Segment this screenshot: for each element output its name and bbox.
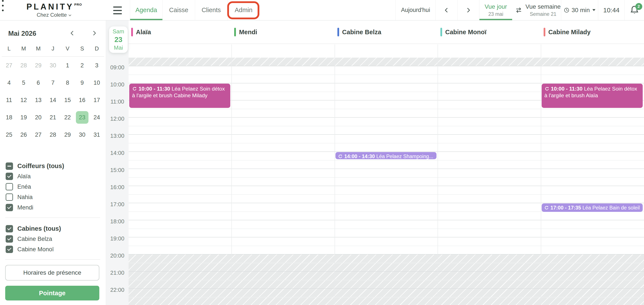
calendar-date[interactable]: 16 xyxy=(75,91,89,109)
column-header-label: Mendi xyxy=(239,28,257,36)
pointage-button[interactable]: Pointage xyxy=(5,286,99,301)
hour-line xyxy=(128,271,644,272)
calendar-date[interactable]: 28 xyxy=(16,57,31,74)
day-chip-day: 23 xyxy=(114,35,122,44)
calendar-date[interactable]: 17 xyxy=(90,91,104,109)
logo: PLANITYPRO Chez Colette xyxy=(22,2,87,18)
filter-item-label: Cabine Monoï xyxy=(17,246,54,253)
time-label: 20:00 xyxy=(106,252,128,259)
tab-admin[interactable]: Admin xyxy=(227,0,260,20)
half-hour-line xyxy=(128,160,644,161)
calendar-date[interactable]: 13 xyxy=(31,91,46,109)
calendar-date[interactable]: 9 xyxy=(75,74,89,91)
calendar-date[interactable]: 11 xyxy=(2,91,16,109)
filter-item[interactable]: Cabine Monoï xyxy=(6,244,100,255)
filter-item[interactable]: Enéa xyxy=(6,182,100,192)
mini-calendar-next-button[interactable] xyxy=(92,30,97,37)
notifications-button[interactable]: 2 xyxy=(624,0,644,20)
hour-line xyxy=(128,151,644,152)
account-selector[interactable]: Chez Colette xyxy=(22,12,87,18)
mini-calendar-prev-button[interactable] xyxy=(70,30,75,37)
chevron-left-icon xyxy=(444,7,449,13)
item-checkbox[interactable] xyxy=(6,193,13,201)
calendar-date[interactable]: 29 xyxy=(31,57,46,74)
chevron-right-icon xyxy=(466,7,471,13)
hour-line xyxy=(128,117,644,118)
time-label: 14:00 xyxy=(106,150,128,156)
calendar-date[interactable]: 26 xyxy=(16,126,31,143)
time-label: 16:00 xyxy=(106,184,128,191)
calendar-canvas[interactable]: 10:00 - 11:30 Léa Pelaez Soin détox à l'… xyxy=(128,44,644,305)
filter-group-header[interactable]: Cabines (tous) xyxy=(6,224,100,234)
hour-line xyxy=(128,254,644,255)
calendar-date[interactable]: 4 xyxy=(2,74,16,91)
calendar-date[interactable]: 5 xyxy=(16,74,31,91)
filter-group-header[interactable]: Coiffeurs (tous) xyxy=(6,161,100,171)
mini-calendar: Mai 2026 LMMJVSD 27282930123456789101112… xyxy=(0,20,106,143)
item-checkbox[interactable] xyxy=(6,183,13,190)
calendar-date[interactable]: 10 xyxy=(90,74,104,91)
today-button[interactable]: Aujourd'hui xyxy=(396,0,436,20)
day-view-toggle[interactable]: Vue jour 23 mai xyxy=(479,0,512,20)
calendar-date[interactable]: 30 xyxy=(75,126,89,143)
calendar-date[interactable]: 14 xyxy=(46,91,60,109)
calendar-date[interactable]: 31 xyxy=(90,126,104,143)
calendar-date[interactable]: 24 xyxy=(90,109,104,126)
calendar-date[interactable]: 12 xyxy=(16,91,31,109)
calendar-date[interactable]: 28 xyxy=(46,126,60,143)
calendar-date[interactable]: 23 xyxy=(75,109,89,126)
interval-select[interactable]: 30 min xyxy=(561,0,598,20)
time-label: 19:00 xyxy=(106,235,128,242)
previous-day-button[interactable] xyxy=(436,0,457,20)
filter-item[interactable]: Alaïa xyxy=(6,171,100,182)
calendar-date[interactable]: 30 xyxy=(46,57,60,74)
swap-view-icon[interactable] xyxy=(512,0,525,20)
event[interactable]: 17:00 - 17:35 Léa Pelaez Bain de soleil xyxy=(542,203,643,212)
item-checkbox[interactable] xyxy=(6,204,13,211)
tab-clients[interactable]: Clients xyxy=(195,0,228,20)
calendar-date[interactable]: 22 xyxy=(60,109,75,126)
hour-line xyxy=(128,237,644,237)
notification-badge: 2 xyxy=(635,3,642,10)
group-checkbox[interactable] xyxy=(6,162,13,170)
calendar-date[interactable]: 25 xyxy=(2,126,16,143)
calendar-date[interactable]: 19 xyxy=(16,109,31,126)
next-day-button[interactable] xyxy=(457,0,479,20)
calendar-date[interactable]: 29 xyxy=(60,126,75,143)
hamburger-menu-icon[interactable] xyxy=(113,6,122,14)
filter-item[interactable]: Mendi xyxy=(6,202,100,213)
event[interactable]: 14:00 - 14:30 Léa Pelaez Shampoing... xyxy=(336,152,436,159)
presence-hours-button[interactable]: Horaires de présence xyxy=(5,265,99,281)
hour-line xyxy=(128,169,644,169)
item-checkbox[interactable] xyxy=(6,235,13,243)
filter-item[interactable]: Nahia xyxy=(6,192,100,202)
column-separator xyxy=(438,44,438,305)
item-checkbox[interactable] xyxy=(6,173,13,180)
week-view-toggle[interactable]: Vue semaine Semaine 21 xyxy=(525,0,561,20)
filter-item-label: Nahia xyxy=(17,194,33,201)
kebab-menu-icon[interactable] xyxy=(0,0,6,11)
event[interactable]: 10:00 - 11:30 Léa Pelaez Soin détox à l'… xyxy=(129,84,230,108)
calendar-date[interactable]: 20 xyxy=(31,109,46,126)
hour-line xyxy=(128,83,644,83)
calendar-date[interactable]: 21 xyxy=(46,109,60,126)
tab-agenda[interactable]: Agenda xyxy=(130,0,162,20)
filter-item[interactable]: Cabine Belza xyxy=(6,234,100,244)
calendar-date[interactable]: 3 xyxy=(90,57,104,74)
chevron-down-icon xyxy=(68,13,72,17)
tab-caisse[interactable]: Caisse xyxy=(162,0,195,20)
calendar-date[interactable]: 27 xyxy=(2,57,16,74)
weekday-label: M xyxy=(31,45,46,52)
calendar-date[interactable]: 18 xyxy=(2,109,16,126)
event[interactable]: 10:00 - 11:30 Léa Pelaez Soin détox à l'… xyxy=(542,84,643,108)
calendar-date[interactable]: 8 xyxy=(60,74,75,91)
item-checkbox[interactable] xyxy=(6,246,13,253)
group-checkbox[interactable] xyxy=(6,225,13,232)
calendar-date[interactable]: 2 xyxy=(75,57,89,74)
calendar-date[interactable]: 15 xyxy=(60,91,75,109)
calendar-date[interactable]: 7 xyxy=(46,74,60,91)
calendar-date[interactable]: 1 xyxy=(60,57,75,74)
calendar-date[interactable]: 27 xyxy=(31,126,46,143)
half-hour-line xyxy=(128,177,644,178)
calendar-date[interactable]: 6 xyxy=(31,74,46,91)
